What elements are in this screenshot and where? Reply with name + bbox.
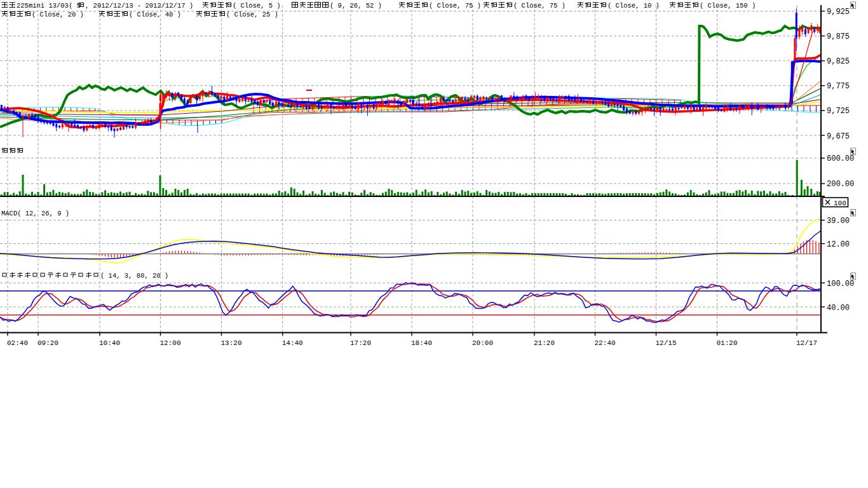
svg-text:39.00: 39.00 xyxy=(827,217,850,226)
svg-text:200.00: 200.00 xyxy=(827,180,854,189)
svg-text:( Close, 20 ): ( Close, 20 ) xyxy=(32,11,84,18)
svg-text:MACD( 12, 26, 9 ): MACD( 12, 26, 9 ) xyxy=(1,210,69,217)
svg-text:9,875: 9,875 xyxy=(827,32,850,41)
svg-text:9,675: 9,675 xyxy=(827,132,850,141)
svg-text:21:20: 21:20 xyxy=(534,339,555,347)
svg-text:9,775: 9,775 xyxy=(827,82,850,91)
svg-text:12.00: 12.00 xyxy=(827,240,850,249)
svg-text:20:00: 20:00 xyxy=(472,339,493,347)
svg-text:9,725: 9,725 xyxy=(827,107,850,116)
svg-text:9,925: 9,925 xyxy=(827,8,850,17)
svg-text:12/15: 12/15 xyxy=(656,339,677,347)
svg-text:( 9, 26, 52 ): ( 9, 26, 52 ) xyxy=(330,2,382,10)
svg-text:14:40: 14:40 xyxy=(282,339,303,347)
svg-text:40.00: 40.00 xyxy=(827,304,850,313)
svg-text:, 2012/12/13 - 2012/12/17 ): , 2012/12/13 - 2012/12/17 ) xyxy=(85,2,193,10)
svg-text:225mini 13/03( 5: 225mini 13/03( 5 xyxy=(17,2,81,10)
svg-text:9,825: 9,825 xyxy=(827,57,850,66)
svg-text:( 14, 3, 80, 20 ): ( 14, 3, 80, 20 ) xyxy=(100,272,168,280)
svg-text:13:20: 13:20 xyxy=(221,339,242,347)
svg-text:( Close, 40 ): ( Close, 40 ) xyxy=(129,11,181,18)
svg-text:( Close, 150 ): ( Close, 150 ) xyxy=(700,2,756,10)
svg-text:17:20: 17:20 xyxy=(350,339,371,347)
svg-text:01:20: 01:20 xyxy=(717,339,738,347)
svg-text:09:20: 09:20 xyxy=(37,339,58,347)
svg-text:10:40: 10:40 xyxy=(99,339,120,347)
svg-text:100.00: 100.00 xyxy=(827,280,854,288)
svg-text:12:00: 12:00 xyxy=(160,339,181,347)
svg-text:100: 100 xyxy=(834,200,846,207)
svg-text:( Close, 75 ): ( Close, 75 ) xyxy=(429,2,481,10)
svg-text:( Close, 10 ): ( Close, 10 ) xyxy=(607,2,660,10)
svg-text:( Close, 5 ): ( Close, 5 ) xyxy=(233,2,281,10)
svg-text:( Close, 25 ): ( Close, 25 ) xyxy=(226,11,278,18)
svg-text:02:40: 02:40 xyxy=(7,339,28,347)
svg-text:600.00: 600.00 xyxy=(827,154,854,163)
svg-text:( Close, 75 ): ( Close, 75 ) xyxy=(513,2,566,10)
svg-text:22:40: 22:40 xyxy=(595,339,616,347)
svg-text:12/17: 12/17 xyxy=(796,339,817,347)
svg-text:18:40: 18:40 xyxy=(411,339,432,347)
